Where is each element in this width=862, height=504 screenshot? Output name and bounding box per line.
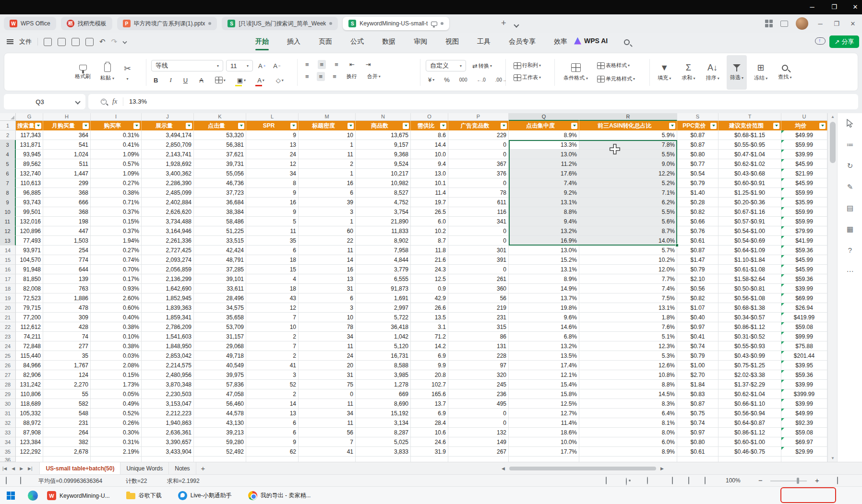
browser-tab[interactable]: P毕方跨境广告系列课(1).pptx — [117, 17, 217, 30]
cell-J20[interactable]: 1,839,363 — [142, 303, 194, 313]
cell-Q13[interactable]: 16.9% — [509, 236, 579, 246]
column-letter-H[interactable]: H — [43, 113, 91, 121]
cell-O31[interactable]: 6.9 — [411, 409, 448, 418]
cell-I2[interactable]: 0.31% — [91, 130, 142, 140]
cell-R32[interactable]: 8.1% — [579, 418, 677, 428]
cell-O16[interactable]: 24.3 — [411, 265, 448, 274]
cell-T33[interactable]: $0.86-$1.12 — [718, 428, 781, 437]
cell-T16[interactable]: $0.61-$1.08 — [718, 265, 781, 274]
cell-S21[interactable]: $0.40 — [677, 313, 718, 322]
cell-I22[interactable]: 0.38% — [91, 322, 142, 332]
cell-S35[interactable]: $0.61 — [677, 447, 718, 457]
row-header-34[interactable]: 34 — [0, 437, 16, 447]
help-icon[interactable]: ? — [845, 246, 855, 255]
cell-Q32[interactable]: 11.4% — [509, 418, 579, 428]
cell-L14[interactable]: 6 — [246, 246, 299, 255]
cell-R21[interactable]: 1.8% — [579, 313, 677, 322]
ribbon-tool-冻结[interactable]: ⊞冻结 ▾ — [751, 55, 771, 90]
cell-P14[interactable]: 301 — [448, 246, 509, 255]
cell-P30[interactable]: 495 — [448, 399, 509, 409]
cell-S30[interactable]: $0.87 — [677, 399, 718, 409]
cell-N10[interactable]: 3,754 — [356, 207, 411, 217]
cell-O13[interactable]: 8.7 — [411, 236, 448, 246]
cell-S28[interactable]: $1.84 — [677, 380, 718, 389]
italic-button[interactable]: I — [167, 75, 174, 85]
last-sheet-icon[interactable]: ▶| — [25, 466, 35, 471]
cell-U20[interactable]: $26.94 — [781, 303, 827, 313]
cell-P5[interactable]: 367 — [448, 159, 509, 169]
cell-U5[interactable]: $45.99 — [781, 159, 827, 169]
cell-J3[interactable]: 2,850,709 — [142, 140, 194, 150]
cell-L12[interactable]: 11 — [246, 226, 299, 236]
cell-J31[interactable]: 2,212,223 — [142, 409, 194, 418]
sync-icon[interactable]: ↻ — [845, 161, 855, 171]
cell-R9[interactable]: 6.2% — [579, 198, 677, 207]
status-grid-icon[interactable] — [606, 477, 607, 484]
menu-tab-数据[interactable]: 数据 — [381, 33, 396, 50]
cell-T5[interactable]: $0.62-$1.02 — [718, 159, 781, 169]
cell-O7[interactable]: 10.1 — [411, 178, 448, 188]
cell-L18[interactable]: 18 — [246, 284, 299, 293]
cell-U32[interactable]: $92.39 — [781, 418, 827, 428]
filter-button[interactable] — [773, 123, 779, 129]
cell-O14[interactable]: 11.8 — [411, 246, 448, 255]
cell-I27[interactable]: 0.15% — [91, 370, 142, 380]
sheet-tab[interactable]: Unique Words — [120, 462, 169, 475]
cell-U10[interactable]: $59.99 — [781, 207, 827, 217]
filter-button[interactable] — [819, 123, 826, 129]
save-icon[interactable] — [44, 38, 52, 46]
row-header-8[interactable]: 8 — [0, 188, 16, 198]
cell-P31[interactable]: 0 — [448, 409, 509, 418]
cell-J6[interactable]: 3,400,362 — [142, 169, 194, 178]
cell-U22[interactable]: $59.08 — [781, 322, 827, 332]
row-header-30[interactable]: 30 — [0, 399, 16, 409]
redo-icon[interactable]: ↷ — [111, 37, 118, 46]
column-letter-N[interactable]: N — [356, 113, 411, 121]
row-header-3[interactable]: 3 — [0, 140, 16, 150]
row-header-11[interactable]: 11 — [0, 217, 16, 226]
cell-O22[interactable]: 3.1 — [411, 322, 448, 332]
cell-O24[interactable]: 14.2 — [411, 341, 448, 351]
worksheet-button[interactable]: 工作表▾ — [511, 73, 543, 82]
cell-U31[interactable]: $49.99 — [781, 409, 827, 418]
row-header-14[interactable]: 14 — [0, 246, 16, 255]
cell-G4[interactable]: 93,945 — [16, 150, 43, 159]
cell-M31[interactable]: 34 — [299, 409, 356, 418]
fill-handle[interactable] — [675, 244, 679, 247]
cloud-upload-icon[interactable] — [815, 37, 826, 45]
cell-R6[interactable]: 12.2% — [579, 169, 677, 178]
cell-N8[interactable]: 8,527 — [356, 188, 411, 198]
cell-U7[interactable]: $45.99 — [781, 178, 827, 188]
cell-Q16[interactable]: 13.1% — [509, 265, 579, 274]
cell-P6[interactable]: 376 — [448, 169, 509, 178]
cell-N9[interactable]: 4,752 — [356, 198, 411, 207]
cell-M30[interactable]: 11 — [299, 399, 356, 409]
cell-U9[interactable]: $35.99 — [781, 198, 827, 207]
cell-K18[interactable]: 33,611 — [194, 284, 246, 293]
column-letter-P[interactable]: P — [448, 113, 509, 121]
workspace-apps-icon[interactable] — [765, 20, 773, 27]
cell-L17[interactable]: 4 — [246, 274, 299, 284]
cell-Q4[interactable]: 13.0% — [509, 150, 579, 159]
cell-R12[interactable]: 8.7% — [579, 226, 677, 236]
cell-H30[interactable]: 582 — [43, 399, 91, 409]
cell-O32[interactable]: 28.4 — [411, 418, 448, 428]
cell-O34[interactable]: 24.6 — [411, 437, 448, 447]
conditional-format-button[interactable]: 条件格式 ▾ — [560, 55, 591, 90]
cell-K26[interactable]: 40,549 — [194, 361, 246, 370]
cell-L20[interactable]: 12 — [246, 303, 299, 313]
row-header-partial[interactable]: 36 — [0, 457, 16, 462]
cell-K29[interactable]: 47,058 — [194, 389, 246, 399]
cell-Q14[interactable]: 13.0% — [509, 246, 579, 255]
cell-K23[interactable]: 31,157 — [194, 332, 246, 341]
cell-G30[interactable]: 118,689 — [16, 399, 43, 409]
decrease-decimal-button[interactable]: .00→ — [493, 76, 509, 83]
row-header-23[interactable]: 23 — [0, 332, 16, 341]
cell-Q15[interactable]: 15.2% — [509, 255, 579, 265]
cell-K12[interactable]: 51,225 — [194, 226, 246, 236]
menu-tab-审阅[interactable]: 审阅 — [413, 33, 428, 50]
cell-O12[interactable]: 10.2 — [411, 226, 448, 236]
cell-J16[interactable]: 2,056,859 — [142, 265, 194, 274]
cell-Q35[interactable]: 17.7% — [509, 447, 579, 457]
row-header-22[interactable]: 22 — [0, 322, 16, 332]
